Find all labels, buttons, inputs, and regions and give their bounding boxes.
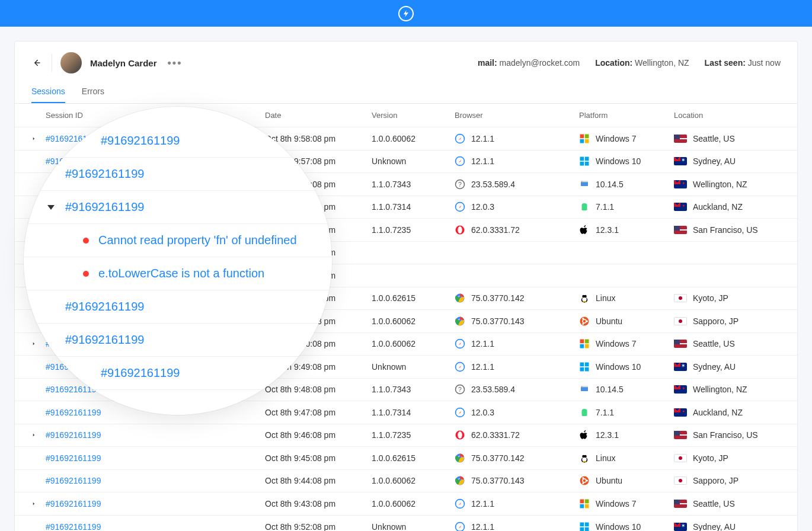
- flag-au-icon: [674, 363, 687, 371]
- col-session-id: Session ID: [46, 111, 265, 120]
- session-version: Unknown: [372, 156, 455, 166]
- divider: [52, 54, 52, 72]
- flag-jp-icon: [674, 294, 687, 302]
- android-icon: [579, 407, 590, 418]
- table-row: #91692161199Oct 8th 9:53:08 pm: [15, 264, 797, 287]
- session-id-link[interactable]: #91692161199: [46, 225, 265, 235]
- avatar: [60, 52, 82, 73]
- session-platform: Windows 7: [579, 338, 674, 349]
- session-platform: Windows 10: [579, 156, 674, 167]
- session-browser: 75.0.3770.142: [455, 293, 579, 303]
- tab-errors[interactable]: Errors: [82, 82, 104, 103]
- session-id-link[interactable]: #91692161199: [46, 156, 265, 166]
- session-date: Oct 8th 9:44:08 pm: [265, 476, 372, 485]
- user-header: Madelyn Carder ••• mail: madelyn@rocket.…: [15, 41, 797, 78]
- tab-sessions[interactable]: Sessions: [31, 82, 65, 103]
- session-date: Oct 8th 9:53:08 pm: [265, 271, 372, 280]
- flag-au-icon: [674, 157, 687, 165]
- session-browser: 75.0.3770.142: [455, 453, 579, 463]
- session-id-link[interactable]: #91692161199: [46, 385, 265, 394]
- session-version: 1.1.0.7343: [372, 385, 455, 394]
- session-date: Oct 8th 9:52:08 pm: [265, 522, 372, 531]
- session-date: Oct 8th 9:47:08 pm: [265, 408, 372, 417]
- session-location: Sydney, AU: [674, 362, 782, 372]
- session-browser: 12.1.1: [455, 498, 579, 509]
- table-row: #91692161199Oct 8th 9:49:08 pmUnknown12.…: [15, 356, 797, 379]
- top-bar: [0, 0, 812, 27]
- session-date: Oct 8th 9:45:08 pm: [265, 453, 372, 463]
- session-version: 1.0.0.60062: [372, 499, 455, 508]
- session-version: 1.1.0.7235: [372, 225, 455, 235]
- chrome-icon: [455, 293, 465, 303]
- ubuntu-icon: [579, 316, 590, 327]
- table-row: #91692161199Oct 8th 9:47:08 pm1.1.0.7314…: [15, 401, 797, 424]
- lastseen-value: Just now: [748, 58, 781, 68]
- table-row: #91692161199Oct 8th 9:57:08 pmUnknown12.…: [15, 151, 797, 174]
- expand-toggle[interactable]: [22, 432, 46, 438]
- caret-right-icon: [31, 341, 37, 347]
- safari-icon: [455, 498, 465, 509]
- session-platform: Windows 10: [579, 522, 674, 531]
- session-version: 1.1.0.7235: [372, 430, 455, 440]
- flag-au-icon: [674, 523, 687, 531]
- mail-value: madelyn@rocket.com: [500, 58, 580, 68]
- session-browser: 12.1.1: [455, 362, 579, 372]
- session-location: Sapporo, JP: [674, 316, 782, 326]
- session-date: Oct 8th 9:58:08 pm: [265, 134, 372, 143]
- win10-icon: [579, 362, 590, 372]
- session-id-link[interactable]: #91692161199: [46, 362, 265, 372]
- flag-jp-icon: [674, 476, 687, 485]
- session-date: Oct 8th 9:54:08 pm: [265, 225, 372, 235]
- session-id-link[interactable]: #91692161199: [46, 316, 265, 326]
- session-version: 1.0.0.60062: [372, 339, 455, 348]
- sessions-table: Session ID Date Version Browser Platform…: [15, 104, 797, 531]
- expand-toggle[interactable]: [22, 341, 46, 347]
- session-id-link[interactable]: #91692161199: [46, 476, 265, 485]
- win10-icon: [579, 522, 590, 531]
- caret-right-icon: [31, 432, 37, 438]
- chrome-icon: [455, 475, 465, 486]
- session-browser: 75.0.3770.143: [455, 475, 579, 486]
- session-location: San Franciso, US: [674, 430, 782, 440]
- mac-icon: [579, 384, 590, 395]
- col-platform: Platform: [579, 111, 674, 120]
- apple-icon: [579, 430, 590, 440]
- session-browser: 12.0.3: [455, 407, 579, 418]
- session-id-link[interactable]: #91692161199: [46, 408, 265, 417]
- table-row: #91692161199Oct 8th 9:53:08 pm: [15, 242, 797, 265]
- session-version: 1.0.0.60062: [372, 316, 455, 326]
- location-label: Location:: [595, 58, 632, 68]
- opera-icon: [455, 430, 465, 440]
- table-row: #91692161199Oct 8th 9:52:08 pm1.0.0.6261…: [15, 287, 797, 311]
- session-date: Oct 8th 9:49:08 pm: [265, 362, 372, 372]
- session-location: Kyoto, JP: [674, 453, 782, 463]
- session-id-link[interactable]: #91692161199: [46, 339, 265, 348]
- expand-toggle[interactable]: [22, 501, 46, 507]
- table-row: #91692161199Oct 8th 9:51:08 pm1.0.0.6006…: [15, 310, 797, 333]
- session-id-link[interactable]: #91692161199: [46, 430, 265, 440]
- session-id-link[interactable]: #91692161199: [46, 293, 265, 303]
- expand-toggle[interactable]: [22, 136, 46, 142]
- session-id-link[interactable]: #91692161199: [46, 202, 265, 212]
- safari-icon: [455, 133, 465, 144]
- session-date: Oct 8th 9:52:08 pm: [265, 293, 372, 303]
- session-location: Wellington, NZ: [674, 180, 782, 189]
- session-id-link[interactable]: #91692161199: [46, 134, 265, 143]
- col-version: Version: [372, 111, 455, 120]
- session-browser: 23.53.589.4: [455, 179, 579, 190]
- user-name: Madelyn Carder: [90, 58, 157, 68]
- more-button[interactable]: •••: [168, 57, 183, 69]
- session-id-link[interactable]: #91692161199: [46, 499, 265, 508]
- session-platform: Linux: [579, 293, 674, 303]
- session-id-link[interactable]: #91692161199: [46, 180, 265, 189]
- win7-icon: [579, 133, 590, 144]
- session-version: 1.0.0.62615: [372, 453, 455, 463]
- session-location: San Franciso, US: [674, 225, 782, 235]
- session-id-link[interactable]: #91692161199: [46, 453, 265, 463]
- session-id-link[interactable]: #91692161199: [46, 248, 265, 257]
- back-button[interactable]: [29, 56, 43, 70]
- session-id-link[interactable]: #91692161199: [46, 522, 265, 531]
- session-id-link[interactable]: #91692161199: [46, 271, 265, 280]
- flag-jp-icon: [674, 317, 687, 325]
- session-browser: 75.0.3770.143: [455, 316, 579, 327]
